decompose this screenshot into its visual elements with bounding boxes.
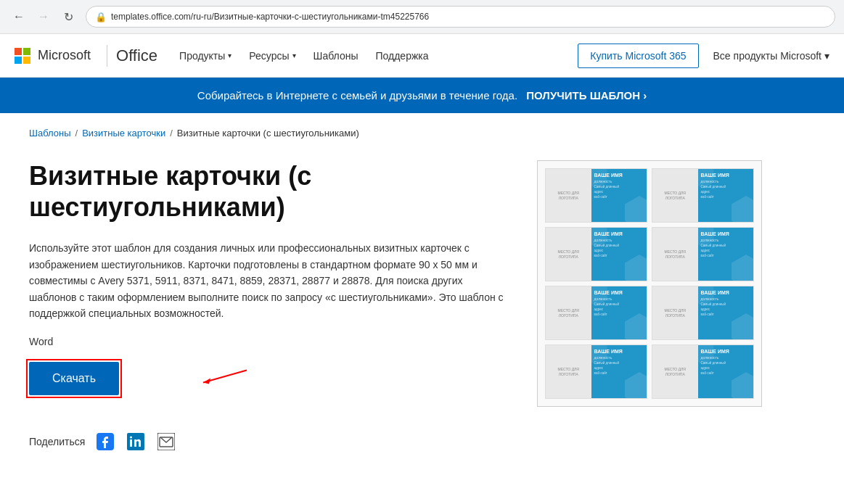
forward-button[interactable]: →: [33, 7, 54, 27]
svg-line-0: [203, 371, 247, 383]
nav-products-label: Продукты: [179, 50, 225, 62]
reload-button[interactable]: ↻: [58, 7, 78, 27]
card-logo-1: МЕСТО ДЛЯ ЛОГОТИПА: [546, 169, 591, 222]
buy-button[interactable]: Купить Microsoft 365: [578, 44, 698, 68]
svg-marker-1: [203, 379, 210, 384]
banner-text: Собирайтесь в Интернете с семьей и друзь…: [197, 89, 517, 102]
download-button[interactable]: Скачать: [29, 362, 119, 395]
app-label: Word: [29, 336, 508, 347]
banner-cta[interactable]: ПОЛУЧИТЬ ШАБЛОН ›: [526, 89, 647, 102]
office-label: Office: [116, 46, 157, 65]
main-content: Шаблоны / Визитные карточки / Визитные к…: [0, 113, 844, 474]
chevron-down-icon: ▾: [228, 51, 232, 59]
url-text: templates.office.com/ru-ru/Визитные-карт…: [111, 12, 429, 22]
card-logo-2: МЕСТО ДЛЯ ЛОГОТИПА: [652, 169, 698, 222]
card-preview-5: МЕСТО ДЛЯ ЛОГОТИПА ВАШЕ ИМЯ должность Са…: [545, 286, 647, 340]
nav-templates-label: Шаблоны: [314, 50, 359, 62]
breadcrumb-templates[interactable]: Шаблоны: [29, 128, 71, 139]
card-info-8: ВАШЕ ИМЯ должность Самый длинный адрес в…: [698, 345, 753, 398]
microsoft-label: Microsoft: [38, 48, 91, 63]
lock-icon: 🔒: [95, 12, 107, 22]
card-logo-3: МЕСТО ДЛЯ ЛОГОТИПА: [546, 228, 591, 281]
card-preview-3: МЕСТО ДЛЯ ЛОГОТИПА ВАШЕ ИМЯ должность Са…: [545, 227, 647, 281]
browser-chrome: ← → ↻ 🔒 templates.office.com/ru-ru/Визит…: [0, 0, 844, 34]
top-nav: Microsoft Office Продукты ▾ Ресурсы ▾ Ша…: [0, 34, 844, 78]
chevron-down-icon-3: ▾: [824, 50, 829, 62]
arrow-indicator: [196, 367, 254, 391]
nav-item-products[interactable]: Продукты ▾: [172, 44, 239, 67]
card-preview-1: МЕСТО ДЛЯ ЛОГОТИПА ВАШЕ ИМЯ должность Са…: [545, 168, 647, 223]
svg-rect-4: [130, 439, 132, 447]
breadcrumb: Шаблоны / Визитные карточки / Визитные к…: [29, 128, 815, 139]
card-logo-6: МЕСТО ДЛЯ ЛОГОТИПА: [652, 286, 698, 339]
card-info-5: ВАШЕ ИМЯ должность Самый длинный адрес в…: [591, 286, 647, 339]
nav-divider: [107, 45, 107, 67]
template-preview: МЕСТО ДЛЯ ЛОГОТИПА ВАШЕ ИМЯ должность Са…: [537, 160, 762, 407]
ms-sq-green: [23, 48, 30, 55]
nav-menu: Продукты ▾ Ресурсы ▾ Шаблоны Поддержка: [172, 44, 578, 67]
card-preview-2: МЕСТО ДЛЯ ЛОГОТИПА ВАШЕ ИМЯ должность Са…: [652, 168, 754, 223]
ms-sq-yellow: [23, 57, 30, 64]
nav-item-resources[interactable]: Ресурсы ▾: [242, 44, 303, 67]
card-info-2: ВАШЕ ИМЯ должность Самый длинный адрес в…: [698, 169, 753, 222]
ms-sq-blue: [15, 57, 22, 64]
address-bar[interactable]: 🔒 templates.office.com/ru-ru/Визитные-ка…: [86, 6, 835, 28]
page-title: Визитные карточки (с шестиугольниками): [29, 160, 508, 223]
card-info-1: ВАШЕ ИМЯ должность Самый длинный адрес в…: [591, 169, 647, 222]
share-label: Поделиться: [29, 436, 85, 447]
nav-item-support[interactable]: Поддержка: [368, 44, 435, 67]
card-preview-4: МЕСТО ДЛЯ ЛОГОТИПА ВАШЕ ИМЯ должность Са…: [652, 227, 754, 281]
card-preview-7: МЕСТО ДЛЯ ЛОГОТИПА ВАШЕ ИМЯ должность Са…: [545, 344, 647, 399]
card-preview-8: МЕСТО ДЛЯ ЛОГОТИПА ВАШЕ ИМЯ должность Са…: [652, 344, 754, 399]
card-logo-5: МЕСТО ДЛЯ ЛОГОТИПА: [546, 286, 591, 339]
content-left: Визитные карточки (с шестиугольниками) И…: [29, 160, 508, 452]
microsoft-logo[interactable]: Microsoft: [15, 48, 91, 64]
svg-point-5: [130, 437, 132, 439]
nav-buttons: ← → ↻: [9, 7, 78, 27]
content-area: Визитные карточки (с шестиугольниками) И…: [29, 160, 815, 452]
all-products-link[interactable]: Все продукты Microsoft ▾: [713, 50, 829, 62]
card-logo-8: МЕСТО ДЛЯ ЛОГОТИПА: [652, 345, 698, 398]
nav-item-templates[interactable]: Шаблоны: [306, 44, 366, 67]
all-products-label: Все продукты Microsoft: [713, 50, 822, 62]
download-wrapper: Скачать: [29, 362, 119, 395]
card-preview-6: МЕСТО ДЛЯ ЛОГОТИПА ВАШЕ ИМЯ должность Са…: [652, 286, 754, 340]
card-info-7: ВАШЕ ИМЯ должность Самый длинный адрес в…: [591, 345, 647, 398]
facebook-share-icon[interactable]: [95, 431, 115, 452]
card-logo-7: МЕСТО ДЛЯ ЛОГОТИПА: [546, 345, 591, 398]
ms-logo-squares: [15, 48, 30, 64]
linkedin-share-icon[interactable]: [126, 431, 146, 452]
back-button[interactable]: ←: [9, 7, 29, 27]
email-share-icon[interactable]: [156, 431, 176, 452]
breadcrumb-business-cards[interactable]: Визитные карточки: [82, 128, 165, 139]
card-info-6: ВАШЕ ИМЯ должность Самый длинный адрес в…: [698, 286, 753, 339]
breadcrumb-sep-1: /: [75, 128, 78, 139]
breadcrumb-current: Визитные карточки (с шестиугольниками): [177, 128, 359, 139]
nav-resources-label: Ресурсы: [249, 50, 289, 62]
breadcrumb-sep-2: /: [170, 128, 173, 139]
promo-banner: Собирайтесь в Интернете с семьей и друзь…: [0, 78, 844, 113]
ms-sq-red: [15, 48, 22, 55]
preview-grid: МЕСТО ДЛЯ ЛОГОТИПА ВАШЕ ИМЯ должность Са…: [545, 168, 754, 399]
share-section: Поделиться: [29, 431, 508, 452]
nav-support-label: Поддержка: [375, 50, 428, 62]
card-info-4: ВАШЕ ИМЯ должность Самый длинный адрес в…: [698, 228, 753, 281]
chevron-down-icon-2: ▾: [292, 51, 296, 59]
page-description: Используйте этот шаблон для создания лич…: [29, 240, 508, 321]
card-info-3: ВАШЕ ИМЯ должность Самый длинный адрес в…: [591, 228, 647, 281]
card-logo-4: МЕСТО ДЛЯ ЛОГОТИПА: [652, 228, 698, 281]
